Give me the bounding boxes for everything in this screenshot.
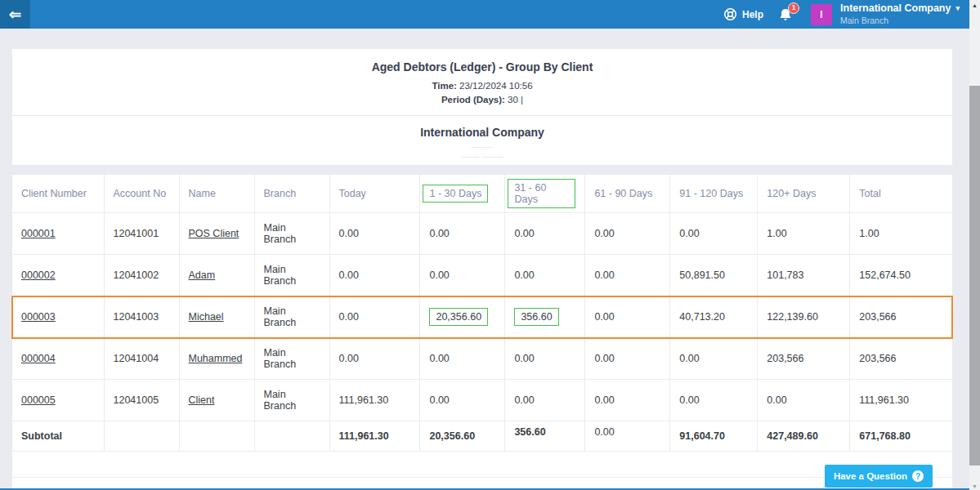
column-header[interactable]: 31 - 60 Days: [505, 175, 585, 213]
amount-cell: 0.00: [420, 255, 505, 296]
amount-cell: 0.00: [420, 380, 505, 421]
branch-cell: Main Branch: [254, 338, 329, 380]
subtotal-label: Subtotal: [12, 421, 104, 452]
amount-cell: 0.00: [420, 338, 505, 380]
amount-cell: 50,891.50: [670, 255, 758, 296]
column-header-label: Branch: [264, 188, 297, 199]
time-value: 23/12/2024 10:56: [459, 81, 533, 91]
client-name-link[interactable]: POS Client: [189, 228, 239, 239]
subtotal-empty-cell: [254, 421, 329, 452]
scrollbar-thumb[interactable]: [969, 86, 980, 466]
avatar[interactable]: I: [811, 4, 832, 25]
column-header[interactable]: 91 - 120 Days: [670, 175, 758, 213]
have-a-question-button[interactable]: Have a Question ?: [825, 465, 933, 488]
amount-cell: 0.00: [585, 380, 670, 421]
client-number-link[interactable]: 000005: [21, 394, 56, 406]
name-cell: Client: [179, 380, 254, 421]
client-number-link[interactable]: 000004: [21, 353, 56, 364]
client-name-link[interactable]: Client: [189, 394, 215, 406]
table-row: 00000512041005ClientMain Branch111,961.3…: [12, 380, 952, 421]
client-name-link[interactable]: Michael: [189, 311, 224, 323]
client-number-cell: 000003: [12, 296, 104, 338]
subtotal-amount-cell: 20,356.60: [420, 421, 505, 452]
amount-cell: 0.00: [585, 338, 670, 380]
amount-cell: 0.00: [585, 296, 670, 338]
branch-cell: Main Branch: [254, 255, 329, 296]
account-no-cell: 12041003: [104, 296, 179, 338]
subtotal-amount-cell: 356.60: [505, 421, 585, 452]
amount-cell: 0.00: [670, 213, 758, 255]
column-header[interactable]: 120+ Days: [758, 175, 850, 213]
subtotal-amount-cell: 671,768.80: [850, 421, 952, 452]
company-title: International Company: [20, 126, 944, 139]
amount-cell: 203,566: [758, 338, 850, 380]
client-number-link[interactable]: 000003: [21, 311, 56, 323]
client-name-link[interactable]: Muhammed: [189, 353, 243, 364]
column-header[interactable]: 1 - 30 Days: [420, 175, 505, 213]
main-content: Aged Debtors (Ledger) - Group By Client …: [12, 49, 952, 490]
branch-name-label: Main Branch: [840, 16, 960, 26]
company-name-label: International Company: [840, 2, 951, 16]
scroll-up-icon[interactable]: ▲: [969, 2, 980, 8]
sidebar-toggle-button[interactable]: ⇐: [0, 0, 30, 29]
column-header[interactable]: Client Number: [12, 175, 104, 213]
chevron-down-icon: ▾: [955, 4, 960, 13]
amount-cell: 101,783: [758, 255, 850, 296]
scroll-down-icon[interactable]: ▼: [969, 483, 980, 489]
branch-cell: Main Branch: [254, 213, 329, 255]
amount-cell: 20,356.60: [420, 296, 505, 338]
amount-cell: 1.00: [850, 213, 952, 255]
name-cell: Michael: [179, 296, 254, 338]
report-title: Aged Debtors (Ledger) - Group By Client: [20, 60, 944, 74]
name-cell: Muhammed: [179, 338, 254, 380]
dots-line-1: .........: [20, 143, 944, 149]
amount-cell: 111,961.30: [850, 380, 952, 421]
company-selector[interactable]: International Company ▾ Main Branch: [840, 2, 960, 26]
amount-cell: 0.00: [670, 380, 758, 421]
column-header-label: Today: [339, 188, 366, 199]
column-header[interactable]: 61 - 90 Days: [585, 175, 670, 213]
account-no-cell: 12041001: [104, 213, 179, 255]
dots-line-2: ........ .........: [20, 153, 944, 158]
report-header-card: Aged Debtors (Ledger) - Group By Client …: [12, 49, 952, 165]
column-header[interactable]: Name: [179, 175, 254, 213]
subtotal-amount-cell: 91,604.70: [670, 421, 758, 452]
period-label: Period (Days):: [441, 95, 505, 105]
account-no-cell: 12041002: [104, 255, 179, 296]
help-icon: [723, 7, 737, 21]
amount-cell: 0.00: [420, 213, 505, 255]
amount-cell: 40,713.20: [670, 296, 758, 338]
topbar-actions: Help 1 I International Company ▾ Main Br…: [723, 2, 969, 26]
client-number-link[interactable]: 000001: [21, 228, 56, 239]
amount-cell: 0.00: [505, 380, 585, 421]
subtotal-amount-cell: 111,961.30: [329, 421, 420, 452]
amount-cell: 152,674.50: [850, 255, 952, 296]
column-header-label: 61 - 90 Days: [594, 188, 652, 199]
scrollbar[interactable]: ▲ ▼: [969, 0, 980, 490]
help-button[interactable]: Help: [723, 7, 763, 21]
table-row: 00000312041003MichaelMain Branch0.0020,3…: [12, 296, 952, 338]
aged-debtors-table-card: Client NumberAccount NoNameBranchToday1 …: [12, 175, 952, 490]
column-header[interactable]: Total: [850, 175, 952, 213]
column-header[interactable]: Today: [329, 175, 420, 213]
column-header-label: 31 - 60 Days: [508, 179, 575, 208]
aged-debtors-table: Client NumberAccount NoNameBranchToday1 …: [12, 175, 952, 452]
notifications-button[interactable]: 1: [778, 7, 793, 22]
amount-cell: 0.00: [670, 338, 758, 380]
account-no-cell: 12041005: [104, 380, 179, 421]
amount-cell: 0.00: [585, 255, 670, 296]
boxed-amount: 356.60: [514, 308, 558, 326]
column-header[interactable]: Account No: [104, 175, 179, 213]
table-spacer: [12, 452, 952, 478]
client-number-link[interactable]: 000002: [21, 270, 56, 281]
amount-cell: 0.00: [758, 380, 850, 421]
time-label: Time:: [432, 81, 456, 91]
table-header-row: Client NumberAccount NoNameBranchToday1 …: [12, 175, 952, 213]
subtotal-amount-cell: 0.00: [585, 421, 670, 452]
column-header[interactable]: Branch: [254, 175, 329, 213]
account-no-cell: 12041004: [104, 338, 179, 380]
client-name-link[interactable]: Adam: [189, 270, 216, 281]
client-number-cell: 000002: [12, 255, 104, 296]
column-header-label: 91 - 120 Days: [679, 188, 743, 199]
amount-cell: 111,961.30: [329, 380, 420, 421]
